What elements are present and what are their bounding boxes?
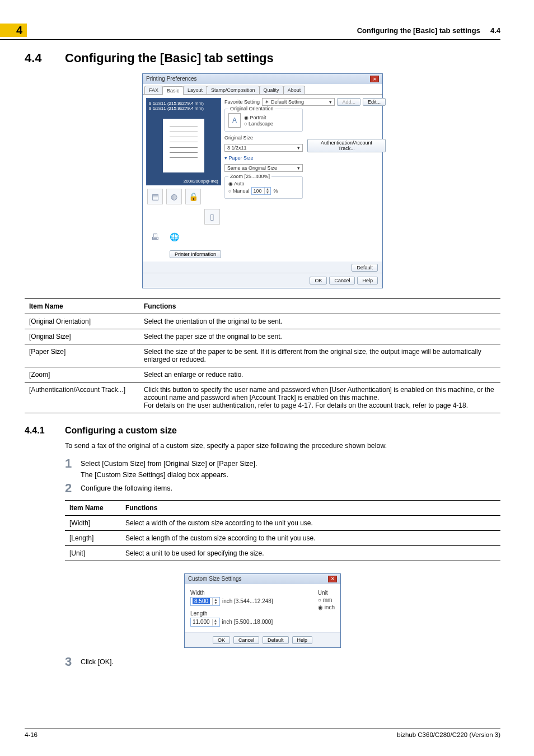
favorite-setting-select[interactable]: ✶Default Setting ▾	[262, 98, 335, 106]
header-section-number: 4.4	[490, 26, 500, 35]
table1-head-func: Functions	[139, 299, 500, 314]
page-header: 4 Configuring the [Basic] tab settings 4…	[0, 24, 500, 40]
original-size-select[interactable]: 8 1/2x11 ▾	[224, 144, 303, 152]
landscape-radio[interactable]: ○ Landscape	[244, 121, 273, 127]
ok-button[interactable]: OK	[310, 277, 327, 284]
section-title: Configuring the [Basic] tab settings	[65, 51, 274, 66]
page-footer: 4-16 bizhub C360/C280/C220 (Version 3)	[25, 729, 500, 738]
header-title-group: Configuring the [Basic] tab settings 4.4	[357, 26, 500, 35]
table1-head-item: Item Name	[25, 299, 139, 314]
default-button[interactable]: Default	[352, 264, 378, 272]
step-1: 1 Select [Custom Size] from [Original Si…	[65, 458, 500, 479]
table-row: [Paper Size]Select the size of the paper…	[25, 344, 500, 367]
step-number: 2	[65, 482, 81, 494]
subsection-intro: To send a fax of the original of a custo…	[65, 441, 500, 451]
section-number: 4.4	[25, 51, 65, 66]
subsection-number: 4.4.1	[25, 426, 65, 436]
step-3: 3 Click [OK].	[65, 656, 500, 668]
close-icon[interactable]: ✕	[328, 576, 337, 582]
edit-button[interactable]: Edit...	[363, 98, 386, 106]
step-text: Select [Custom Size] from [Original Size…	[81, 460, 500, 468]
table2-head-item: Item Name	[65, 500, 121, 515]
tab-about[interactable]: About	[283, 86, 306, 94]
width-input[interactable]: 8.500▲▼	[190, 597, 220, 606]
output-tray-icon[interactable]: ▯	[204, 209, 220, 225]
preview-dpi: 200x200dpi(Fine)	[184, 179, 218, 184]
page-number: 4-16	[25, 731, 38, 738]
cancel-button[interactable]: Cancel	[233, 636, 259, 644]
printer-icon: 🖶	[147, 229, 163, 245]
tab-basic[interactable]: Basic	[162, 86, 184, 95]
basic-settings-table: Item Name Functions [Original Orientatio…	[25, 298, 500, 413]
table-row: [Length]Select a length of the custom si…	[65, 530, 500, 545]
view-icon[interactable]: ▤	[147, 189, 163, 204]
tab-layout[interactable]: Layout	[183, 86, 207, 94]
custom-size-settings-dialog: Custom Size Settings ✕ Width 8.500▲▼ inc…	[184, 573, 341, 648]
printing-preferences-dialog: Printing Preferences ✕ FAX Basic Layout …	[142, 73, 383, 288]
step-number: 3	[65, 656, 81, 668]
add-button[interactable]: Add...	[337, 98, 360, 106]
lock-icon[interactable]: 🔒	[185, 189, 201, 204]
table-row: [Width]Select a width of the custom size…	[65, 515, 500, 530]
preview-box: 8 1/2x11 (215.9x279.4 mm) 8 1/2x11 (215.…	[146, 98, 221, 185]
zoom-value-input[interactable]: 100▲▼	[251, 187, 271, 195]
portrait-radio[interactable]: ◉ Portrait	[244, 115, 273, 120]
close-icon[interactable]: ✕	[370, 76, 379, 82]
table-row: [Original Size]Select the paper size of …	[25, 329, 500, 344]
zoom-auto-radio[interactable]: ◉ Auto	[228, 181, 299, 186]
doc-title: bizhub C360/C280/C220 (Version 3)	[397, 731, 500, 738]
globe-icon: 🌐	[166, 229, 182, 245]
unit-inch-radio[interactable]: ◉ inch	[318, 604, 335, 610]
step-text: Click [OK].	[81, 658, 500, 666]
zoom-title: Zoom [25...400%]	[228, 174, 271, 179]
step-number: 1	[65, 458, 81, 479]
dialog-tabs: FAX Basic Layout Stamp/Composition Quali…	[143, 84, 382, 95]
header-title: Configuring the [Basic] tab settings	[357, 26, 480, 35]
zoom-percent-label: %	[273, 188, 278, 194]
preview-size-bot: 8 1/2x11 (215.9x279.4 mm)	[149, 106, 218, 111]
paper-size-label: ▾ Paper Size	[224, 155, 303, 161]
star-icon: ✶	[265, 99, 269, 105]
help-button[interactable]: Help	[292, 636, 313, 644]
default-button[interactable]: Default	[263, 636, 289, 644]
subsection-heading: 4.4.1 Configuring a custom size	[25, 426, 500, 436]
section-heading: 4.4 Configuring the [Basic] tab settings	[25, 51, 510, 66]
step-2: 2 Configure the following items.	[65, 482, 500, 494]
chapter-badge: 4	[0, 24, 27, 37]
favorite-setting-label: Favorite Setting	[224, 99, 260, 105]
step-text: Configure the following items.	[81, 484, 500, 492]
ok-button[interactable]: OK	[213, 636, 230, 644]
step-subtext: The [Custom Size Settings] dialog box ap…	[81, 471, 500, 479]
dialog-titlebar: Printing Preferences ✕	[143, 74, 382, 84]
width-range: inch [3.544...12.248]	[222, 598, 273, 604]
authentication-account-track-button[interactable]: Authentication/Account Track...	[307, 139, 386, 152]
subsection-title: Configuring a custom size	[65, 426, 177, 436]
length-label: Length	[190, 610, 273, 617]
paper-preview-icon	[163, 119, 204, 172]
original-size-value: 8 1/2x11	[227, 145, 247, 151]
dialog-title: Printing Preferences	[146, 76, 197, 82]
tab-fax[interactable]: FAX	[144, 86, 163, 94]
unit-mm-radio[interactable]: ○ mm	[318, 597, 335, 603]
info-icon[interactable]: ◍	[166, 189, 182, 204]
chevron-down-icon: ▾	[297, 165, 300, 171]
dialog-title: Custom Size Settings	[188, 576, 242, 582]
custom-size-items-table: Item Name Functions [Width]Select a widt…	[65, 500, 500, 561]
length-input[interactable]: 11.000▲▼	[190, 618, 220, 627]
paper-size-select[interactable]: Same as Original Size ▾	[224, 164, 303, 172]
unit-label: Unit	[318, 590, 335, 596]
printer-information-button[interactable]: Printer Information	[170, 250, 221, 258]
orientation-icon: A	[228, 113, 241, 128]
help-button[interactable]: Help	[357, 277, 378, 284]
table-row: [Unit]Select a unit to be used for speci…	[65, 545, 500, 561]
table2-head-func: Functions	[121, 500, 500, 515]
zoom-group: Zoom [25...400%] ◉ Auto ○ Manual 100▲▼ %	[224, 176, 303, 199]
cancel-button[interactable]: Cancel	[329, 277, 355, 284]
tab-stamp-composition[interactable]: Stamp/Composition	[207, 86, 260, 94]
width-label: Width	[190, 590, 273, 596]
tab-quality[interactable]: Quality	[259, 86, 284, 94]
table-row: [Zoom]Select an enlarge or reduce ratio.	[25, 367, 500, 382]
zoom-manual-radio[interactable]: ○ Manual	[228, 188, 249, 194]
dialog-titlebar: Custom Size Settings ✕	[185, 574, 340, 584]
paper-size-value: Same as Original Size	[227, 165, 277, 171]
